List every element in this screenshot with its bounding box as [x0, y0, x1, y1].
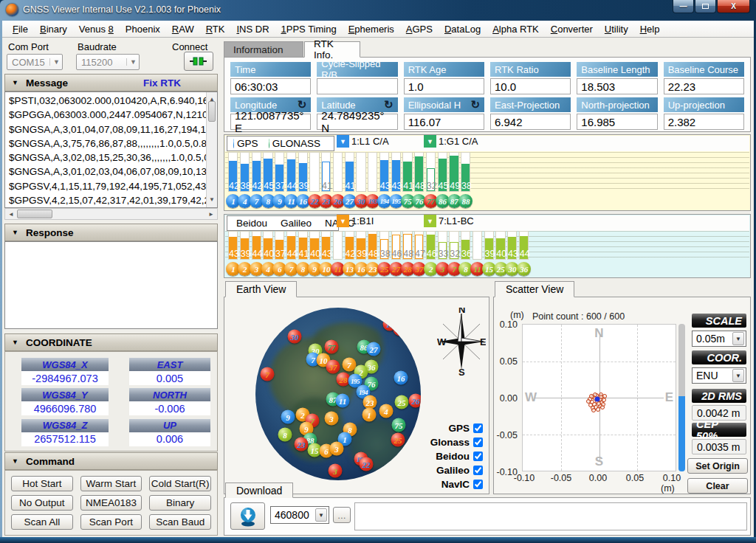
snr-slot: 43 — [228, 231, 238, 260]
scatter-unit-top: (m) — [510, 310, 524, 320]
elevation-slider[interactable] — [678, 324, 685, 471]
response-box[interactable] — [4, 241, 218, 329]
menu-agps[interactable]: AGPS — [400, 22, 439, 36]
scale-select[interactable]: 0.05m▼ — [692, 331, 746, 347]
tab-rtk-info[interactable]: RTK Info. — [304, 41, 360, 58]
tab-information[interactable]: Information — [224, 41, 303, 58]
nmea-message-list[interactable]: ▲▼ $PSTI,032,063002.000,010420,A,R,6.940… — [4, 91, 218, 208]
menu-1pps-timing[interactable]: 1PPS Timing — [275, 22, 343, 36]
chevron-down-icon: ▼ — [126, 58, 137, 66]
menu-raw[interactable]: RAW — [166, 22, 200, 36]
arrow-down-icon[interactable]: ▼ — [424, 135, 436, 148]
menu-alpha-rtk[interactable]: Alpha RTK — [487, 22, 545, 36]
set-origin-button[interactable]: Set Origin — [687, 458, 748, 474]
minimize-button[interactable]: — — [673, 0, 694, 13]
nmea-line: $GPGGA,063003.000,2447.0954067,N,12100.5… — [9, 108, 217, 122]
snr-value: 39 — [485, 249, 493, 259]
snr-column: 49 — [448, 152, 460, 192]
compass-w: W — [437, 336, 447, 347]
cold-start-r--button[interactable]: Cold Start(R) — [149, 476, 211, 491]
menu-phoenix[interactable]: Phoenix — [120, 22, 166, 36]
maximize-button[interactable] — [695, 0, 716, 13]
menu-help[interactable]: Help — [634, 22, 666, 36]
coor-select[interactable]: ENU▼ — [692, 367, 746, 384]
gps-checkbox[interactable] — [473, 423, 483, 433]
compass-n: N — [458, 308, 465, 315]
command-section-header[interactable]: ▼ Command — [4, 452, 218, 470]
tab-rtk-info-label: RTK Info. — [314, 38, 351, 60]
response-section-header[interactable]: ▼ Response — [4, 224, 218, 241]
refresh-icon[interactable]: ↻ — [470, 98, 480, 111]
arrow-down-icon[interactable]: ▼ — [424, 215, 436, 227]
nmea0183-button[interactable]: NMEA0183 — [80, 495, 142, 511]
beidou-checkbox[interactable] — [473, 452, 483, 461]
download-path-field[interactable] — [354, 502, 747, 530]
point-count-label: Point count : 600 / 600 — [532, 311, 625, 322]
menu-file[interactable]: File — [7, 22, 34, 36]
clear-button[interactable]: Clear — [687, 478, 748, 494]
snr-slot: 33 — [438, 231, 447, 260]
window-bottom-border — [0, 537, 756, 543]
menu-datalog[interactable]: DataLog — [439, 22, 487, 36]
download-tab: Download — [225, 483, 293, 498]
earth-view-tab: Earth View — [225, 281, 297, 297]
message-section-header[interactable]: ▼ Message Fix RTK — [4, 74, 218, 91]
snr-column: 47 — [413, 231, 425, 260]
prn-badge[interactable]: 36 — [517, 262, 531, 276]
coordinate-section-header[interactable]: ▼ COORDINATE — [4, 333, 218, 351]
set-origin-label: Set Origin — [695, 461, 740, 471]
com-port-select[interactable]: COM15▼ — [7, 54, 63, 70]
snr-value: 42 — [346, 249, 354, 259]
menu-binary[interactable]: Binary — [34, 22, 73, 36]
menu-venus-8[interactable]: Venus 8 — [73, 22, 120, 36]
satellite-marker: 3 — [329, 464, 343, 478]
snr-column: 41 — [320, 152, 332, 192]
scroll-right-icon[interactable]: ► — [205, 211, 217, 218]
vertical-scrollbar[interactable]: ▲▼ — [206, 92, 217, 207]
response-header-label: Response — [26, 227, 74, 238]
snr-value: 41 — [346, 181, 354, 191]
binary-button[interactable]: Binary — [149, 495, 211, 511]
menu-ephemeris[interactable]: Ephemeris — [343, 22, 400, 36]
snr-column: 38 — [379, 231, 391, 260]
scatter-plot[interactable]: N S W E — [522, 324, 676, 471]
x-axis-tick: 0.05 — [622, 473, 647, 483]
snr-slot: 48 — [414, 152, 424, 192]
scroll-thumb[interactable] — [17, 210, 52, 218]
close-button[interactable]: X — [717, 0, 750, 13]
galileo-checkbox[interactable] — [473, 466, 483, 475]
signal-tag-label: 1:L1 C/A — [351, 136, 389, 147]
menu-rtk[interactable]: RTK — [200, 22, 231, 36]
coordinate-label: WGS84_Z — [21, 419, 109, 432]
arrow-down-icon[interactable]: ▼ — [337, 215, 349, 227]
snr-column: 39 — [355, 231, 367, 260]
snr-column: 46 — [425, 231, 437, 260]
hot-start-button[interactable]: Hot Start — [11, 476, 73, 491]
scroll-left-icon[interactable]: ◄ — [5, 211, 17, 218]
arrow-down-icon[interactable]: ▼ — [337, 135, 349, 148]
download-baudrate-select[interactable]: 460800▼ — [270, 506, 329, 524]
earth-globe[interactable]: 3011113077862771037736216728195761948711… — [255, 308, 421, 480]
satellite-marker: 11 — [394, 322, 408, 336]
field-value — [317, 78, 397, 94]
glonass-checkbox[interactable] — [473, 437, 483, 447]
horizontal-scrollbar[interactable]: ◄ ► — [4, 208, 218, 220]
menu-utility[interactable]: Utility — [599, 22, 634, 36]
warm-start-button[interactable]: Warm Start — [80, 476, 142, 491]
snr-slot: 43 — [391, 152, 401, 192]
baudrate-select[interactable]: 115200▼ — [76, 54, 140, 70]
prn-badge[interactable]: 88 — [458, 194, 472, 208]
navic-checkbox[interactable] — [473, 480, 483, 489]
snr-value: 49 — [450, 181, 458, 191]
scan-port-button[interactable]: Scan Port — [80, 514, 142, 530]
connect-button[interactable] — [184, 52, 213, 71]
connector-icon — [190, 57, 207, 66]
beidou-galileo-chart: BeidouGalileoNAVIC▼1:B1I▼7:L1-BC43394440… — [224, 214, 751, 278]
no-output-button[interactable]: No Output — [11, 495, 73, 511]
download-button[interactable] — [230, 502, 265, 530]
scan-all-button[interactable]: Scan All — [11, 514, 73, 530]
browse-button[interactable]: ... — [333, 507, 351, 523]
menu-ins-dr[interactable]: INS DR — [230, 22, 275, 36]
scan-baud-button[interactable]: Scan Baud — [149, 514, 211, 530]
menu-converter[interactable]: Converter — [545, 22, 599, 36]
